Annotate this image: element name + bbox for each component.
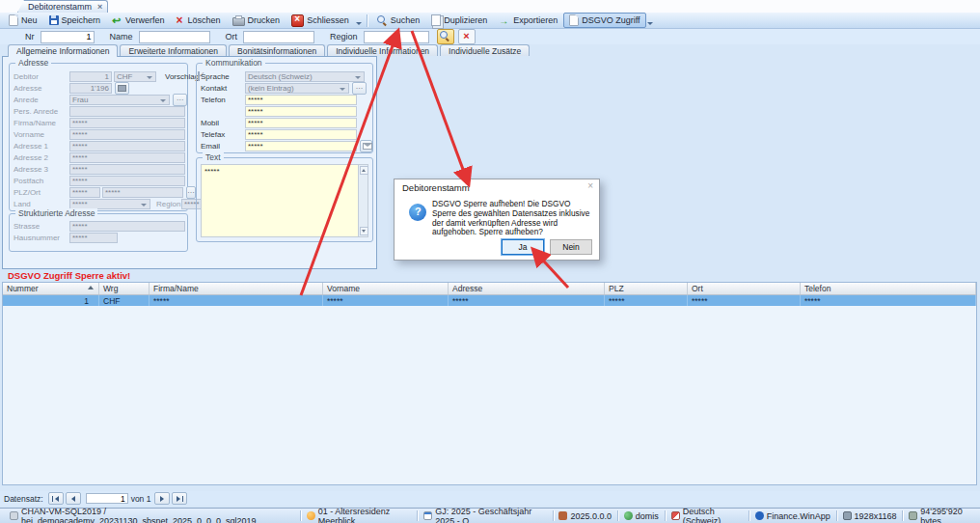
save-button[interactable]: Speichern bbox=[43, 13, 107, 28]
adresse2-field[interactable]: ***** bbox=[69, 152, 185, 163]
main-toolbar: Neu Speichern Verwerfen Löschen Drucken … bbox=[0, 13, 980, 29]
text-memo-field[interactable]: ***** bbox=[201, 164, 368, 237]
first-record-button[interactable] bbox=[48, 492, 64, 505]
tab-individuelle-zusaetze[interactable]: Individuelle Zusätze bbox=[440, 44, 530, 56]
tab-individuelle-informationen[interactable]: Individuelle Informationen bbox=[327, 44, 438, 56]
document-tab-debitorenstamm[interactable]: Debitorenstamm bbox=[17, 0, 108, 13]
export-button[interactable]: Exportieren bbox=[493, 13, 563, 28]
tab-erweiterte-informationen[interactable]: Erweiterte Informationen bbox=[120, 44, 227, 56]
toolbar-overflow-icon[interactable] bbox=[646, 14, 653, 27]
telefax-field[interactable]: ***** bbox=[245, 129, 357, 140]
grid-header-row: Nummer Wrg Firma/Name Vorname Adresse PL… bbox=[3, 283, 976, 295]
adresse1-field[interactable]: ***** bbox=[69, 141, 185, 151]
firma-name-label: Firma/Name bbox=[14, 119, 69, 127]
close-button[interactable]: Schliessen bbox=[286, 13, 355, 28]
kontakt-combo[interactable]: (kein Eintrag) bbox=[245, 83, 349, 94]
region-input[interactable] bbox=[364, 31, 429, 43]
search-icon bbox=[439, 30, 450, 41]
name-input[interactable] bbox=[139, 31, 210, 43]
column-header-adresse[interactable]: Adresse bbox=[449, 283, 605, 294]
clear-search-button[interactable] bbox=[458, 29, 476, 44]
anrede-combo[interactable]: Frau bbox=[69, 95, 170, 105]
plz-ort-browse-button[interactable] bbox=[186, 186, 196, 199]
toolbar-overflow-icon[interactable] bbox=[355, 14, 362, 27]
kontakt-browse-button[interactable] bbox=[352, 82, 367, 95]
pers-anrede-field[interactable] bbox=[69, 106, 185, 117]
scroll-down-icon[interactable] bbox=[360, 227, 368, 235]
tab-close-icon[interactable] bbox=[97, 3, 102, 12]
adresse-nr-field[interactable]: 1'196 bbox=[69, 83, 112, 94]
column-header-firma-name[interactable]: Firma/Name bbox=[150, 283, 323, 294]
next-record-button[interactable] bbox=[154, 492, 170, 505]
firma-name-field[interactable]: ***** bbox=[69, 118, 185, 128]
mobil-field[interactable]: ***** bbox=[245, 118, 357, 128]
plz-field[interactable]: ***** bbox=[69, 187, 100, 198]
search-button[interactable]: Suchen bbox=[370, 13, 426, 28]
column-header-wrg[interactable]: Wrg bbox=[99, 283, 150, 294]
record-number-input[interactable] bbox=[86, 493, 128, 504]
sort-ascending-icon bbox=[88, 286, 94, 289]
debtor-grid: Nummer Wrg Firma/Name Vorname Adresse PL… bbox=[2, 282, 977, 485]
tab-allgemeine-informationen[interactable]: Allgemeine Informationen bbox=[8, 44, 118, 57]
telefon1-field[interactable]: ***** bbox=[245, 95, 357, 105]
undo-arrow-icon bbox=[112, 15, 122, 26]
yes-button[interactable]: Ja bbox=[502, 239, 544, 255]
no-button[interactable]: Nein bbox=[550, 239, 592, 255]
ort-input[interactable] bbox=[243, 31, 314, 43]
ort-label: Ort bbox=[226, 32, 238, 41]
column-header-telefon[interactable]: Telefon bbox=[801, 283, 976, 294]
app-window: { "window": { "tab_title": "Debitorensta… bbox=[0, 0, 980, 523]
hausnummer-field[interactable]: ***** bbox=[69, 233, 118, 243]
print-button[interactable]: Drucken bbox=[227, 13, 286, 28]
column-header-plz[interactable]: PLZ bbox=[605, 283, 688, 294]
email-field[interactable]: ***** bbox=[245, 141, 357, 151]
kontakt-label: Kontakt bbox=[201, 84, 245, 93]
last-record-button[interactable] bbox=[172, 492, 187, 505]
duplicate-button[interactable]: Duplizieren bbox=[425, 13, 493, 28]
sprache-label: Sprache bbox=[201, 72, 245, 81]
telefon2-field[interactable]: ***** bbox=[245, 106, 357, 117]
tab-bonitaetsinformationen[interactable]: Bonitätsinformationen bbox=[229, 44, 325, 56]
dsgvo-access-button[interactable]: DSGVO Zugriff bbox=[563, 13, 645, 28]
strasse-label: Strasse bbox=[14, 222, 69, 231]
previous-record-button[interactable] bbox=[66, 492, 81, 505]
execute-search-button[interactable] bbox=[437, 29, 454, 44]
delete-x-icon bbox=[177, 15, 185, 26]
delete-button[interactable]: Löschen bbox=[171, 13, 227, 28]
communication-group: Kommunikation Sprache Deutsch (Schweiz) … bbox=[196, 63, 373, 153]
debitor-field[interactable]: 1 bbox=[69, 71, 112, 82]
land-combo[interactable]: ***** bbox=[69, 199, 150, 209]
adresse3-field[interactable]: ***** bbox=[69, 164, 185, 175]
form-tabstrip: Allgemeine Informationen Erweiterte Info… bbox=[0, 44, 980, 56]
currency-combo[interactable]: CHF bbox=[114, 71, 156, 82]
postfach-field[interactable]: ***** bbox=[69, 176, 185, 186]
vorschlag-label: Vorschlag bbox=[165, 72, 198, 81]
column-header-vorname[interactable]: Vorname bbox=[323, 283, 449, 294]
vorname-field[interactable]: ***** bbox=[69, 129, 185, 140]
address-picker-button[interactable] bbox=[115, 82, 129, 95]
discard-button[interactable]: Verwerfen bbox=[106, 13, 171, 28]
dsgvo-page-icon bbox=[569, 14, 579, 26]
status-database: CHAN-VM-SQL2019 / hei_demoacademy_202311… bbox=[4, 507, 300, 523]
ort-field[interactable]: ***** bbox=[102, 187, 183, 198]
record-count-label: von 1 bbox=[131, 494, 151, 504]
adresse2-label: Adresse 2 bbox=[14, 153, 69, 162]
grid-row-selected[interactable]: 1 CHF ***** ***** ***** ***** ***** ****… bbox=[3, 295, 976, 306]
new-button[interactable]: Neu bbox=[3, 13, 43, 28]
duplicate-pages-icon bbox=[431, 14, 441, 26]
column-header-nummer[interactable]: Nummer bbox=[3, 283, 99, 294]
dialog-close-icon[interactable] bbox=[587, 180, 593, 191]
debitor-label: Debitor bbox=[14, 72, 69, 81]
column-header-ort[interactable]: Ort bbox=[688, 283, 801, 294]
send-email-button[interactable] bbox=[360, 140, 372, 152]
sprache-combo[interactable]: Deutsch (Schweiz) bbox=[245, 71, 365, 82]
region-label: Region bbox=[330, 32, 358, 41]
text-group-title: Text bbox=[203, 152, 224, 162]
status-version: 2025.0.0.0 bbox=[553, 511, 617, 521]
anrede-browse-button[interactable] bbox=[173, 94, 187, 106]
scroll-up-icon[interactable] bbox=[360, 166, 368, 175]
nr-input[interactable] bbox=[41, 31, 95, 43]
strasse-field[interactable]: ***** bbox=[69, 221, 185, 232]
status-language: Deutsch (Schweiz) bbox=[666, 507, 749, 523]
text-scrollbar[interactable] bbox=[358, 165, 368, 236]
